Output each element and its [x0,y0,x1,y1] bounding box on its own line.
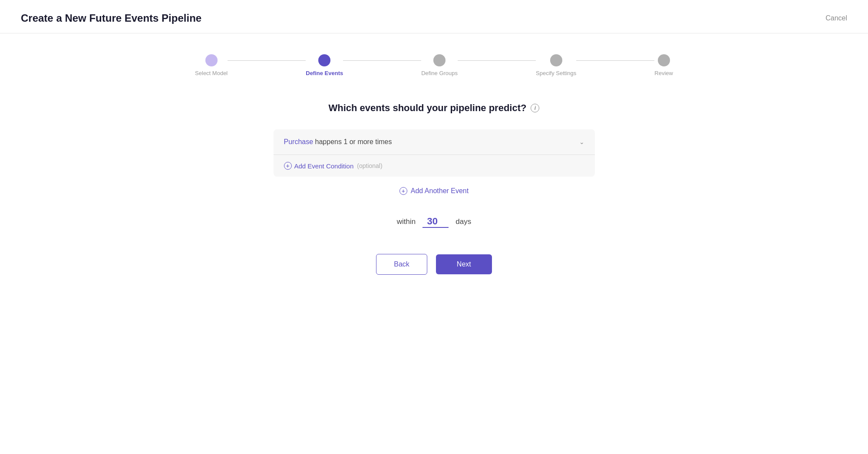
stepper: Select Model Define Events Define Groups… [0,33,868,94]
step-define-events: Define Events [306,54,343,76]
main-content: Which events should your pipeline predic… [0,94,868,283]
step-review: Review [654,54,673,76]
add-condition-optional-text: (optional) [357,162,382,169]
within-row: within days [397,216,471,228]
add-condition-label: Add Event Condition [294,162,354,170]
section-title-text: Which events should your pipeline predic… [329,102,527,114]
add-another-event-button[interactable]: + Add Another Event [399,187,469,195]
event-card: Purchase happens 1 or more times ⌄ + Add… [274,129,595,177]
days-input[interactable] [422,216,449,228]
info-icon[interactable]: i [531,104,539,112]
plus-circle-icon: + [284,162,292,170]
step-specify-settings: Specify Settings [536,54,576,76]
step-circle-3 [433,54,446,66]
event-description: happens 1 or more times [313,138,392,145]
step-select-model: Select Model [195,54,228,76]
section-title-row: Which events should your pipeline predic… [329,102,540,114]
connector-4 [576,60,654,61]
back-button[interactable]: Back [376,254,427,275]
connector-3 [458,60,536,61]
add-another-plus-icon: + [399,187,407,195]
add-another-event-label: Add Another Event [411,187,469,195]
connector-1 [228,60,306,61]
step-circle-4 [550,54,562,66]
days-suffix: days [455,217,471,226]
chevron-down-icon[interactable]: ⌄ [579,138,584,145]
page-title: Create a New Future Events Pipeline [21,12,201,24]
step-label-3: Define Groups [421,70,458,76]
within-prefix: within [397,217,416,226]
event-name: Purchase [284,138,314,145]
step-circle-1 [205,54,218,66]
event-text: Purchase happens 1 or more times [284,138,392,146]
add-event-condition-button[interactable]: + Add Event Condition [284,162,354,170]
actions-row: Back Next [376,254,492,275]
step-circle-2 [318,54,330,66]
step-define-groups: Define Groups [421,54,458,76]
add-condition-row: + Add Event Condition (optional) [274,155,595,177]
step-circle-5 [658,54,670,66]
step-label-4: Specify Settings [536,70,576,76]
page-header: Create a New Future Events Pipeline Canc… [0,0,868,33]
step-label-5: Review [654,70,673,76]
next-button[interactable]: Next [436,254,492,274]
connector-2 [343,60,421,61]
event-row: Purchase happens 1 or more times ⌄ [274,129,595,155]
step-label-1: Select Model [195,70,228,76]
cancel-button[interactable]: Cancel [825,14,847,22]
step-label-2: Define Events [306,70,343,76]
